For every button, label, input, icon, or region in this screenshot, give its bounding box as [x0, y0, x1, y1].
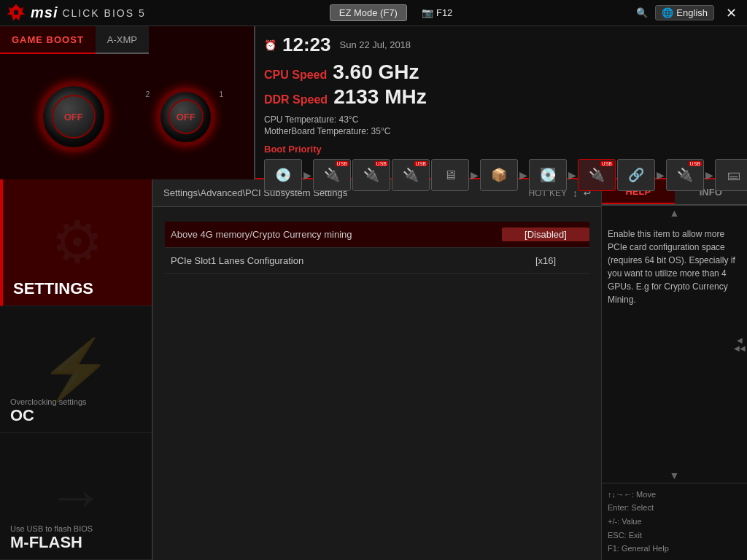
main-area: ⚙ SETTINGS ⚡ Overclocking settings OC → …	[0, 179, 747, 560]
axmp-knob[interactable]: OFF	[158, 90, 213, 144]
cpu-temp-value: 43°C	[339, 114, 359, 125]
usb-icon-3: 🔌	[403, 167, 419, 183]
usb-badge-3: USB	[414, 161, 427, 166]
side-arrow-right: ◀◀	[734, 344, 746, 352]
key-legend: ↑↓→←: Move Enter: Select +/-: Value ESC:…	[602, 483, 747, 560]
boot-device-8[interactable]: 🔌 USB	[578, 159, 616, 191]
clock-icon: ⏰	[264, 39, 276, 51]
cpu-speed-value: 3.60 GHz	[333, 61, 419, 84]
svg-point-1	[13, 9, 19, 15]
settings-bg-icon: ⚙	[51, 209, 104, 276]
game-boost-knob[interactable]: OFF	[41, 84, 107, 149]
ddr-speed-row: DDR Speed 2133 MHz	[264, 85, 747, 109]
settings-row-0[interactable]: Above 4G memory/Crypto Currency mining […	[165, 222, 589, 248]
globe-icon: 🌐	[662, 7, 673, 18]
usb-badge-2: USB	[375, 161, 388, 166]
boot-device-9[interactable]: 🔗	[617, 159, 655, 191]
date-display: Sun 22 Jul, 2018	[340, 39, 411, 50]
oc-title: OC	[10, 406, 34, 425]
usb-badge-1: USB	[336, 161, 349, 166]
axmp-knob-num2: 2	[145, 90, 150, 98]
key-move: ↑↓→←: Move	[608, 488, 741, 502]
game-boost-off-label: OFF	[64, 112, 83, 122]
boot-device-11[interactable]: 🖴	[715, 159, 747, 191]
help-panel: HELP INFO ▲ Enable this item to allow mo…	[601, 179, 747, 560]
cpu-temp-label: CPU Temperature:	[264, 114, 336, 125]
drive-icon: 🖴	[727, 168, 740, 183]
settings-row-0-value[interactable]: [Disabled]	[502, 228, 589, 241]
boot-device-1[interactable]: 💿	[264, 159, 302, 191]
boost-panel: GAME BOOST A-XMP OFF 2 OFF 1	[0, 26, 255, 179]
help-panel-inner: ▲ Enable this item to allow more PCIe ca…	[602, 206, 747, 483]
f12-label: F12	[436, 7, 452, 18]
boot-device-2[interactable]: 🔌 USB	[313, 159, 351, 191]
language-button[interactable]: 🌐 English	[655, 5, 714, 20]
mflash-subtitle: Use USB to flash BIOS	[10, 524, 93, 533]
mb-temp-value: 35°C	[371, 126, 391, 136]
usb-icon-1: 🔌	[324, 167, 340, 183]
ez-mode-button[interactable]: EZ Mode (F7)	[330, 4, 407, 21]
info-bar: GAME BOOST A-XMP OFF 2 OFF 1	[0, 26, 747, 179]
axmp-knob-num1: 1	[219, 90, 223, 98]
disk2-icon: 💽	[540, 167, 556, 183]
help-content: Enable this item to allow more PCIe card…	[602, 220, 747, 468]
msi-logo-text: msi	[31, 4, 58, 21]
top-center-controls: EZ Mode (F7) 📷 F12	[330, 4, 453, 21]
boot-device-3[interactable]: 🔌 USB	[352, 159, 390, 191]
top-right-controls: 🔍 🌐 English ✕	[636, 4, 741, 23]
knob-area: OFF 2 OFF 1	[0, 54, 254, 179]
temp-info: CPU Temperature: 43°C MotherBoard Temper…	[264, 114, 747, 136]
hdd-icon: 🖥	[444, 168, 457, 183]
axmp-knob-inner: OFF	[169, 99, 204, 134]
key-esc: ESC: Exit	[608, 529, 741, 542]
usb-badge-4: USB	[600, 161, 614, 166]
search-icon: 🔍	[636, 7, 648, 18]
mb-temp-row: MotherBoard Temperature: 35°C	[264, 126, 747, 136]
sidebar-item-oc[interactable]: ⚡ Overclocking settings OC	[0, 306, 152, 433]
scroll-indicator-top: ▲	[602, 206, 747, 220]
usb-badge-5: USB	[689, 161, 702, 166]
msi-dragon-icon	[6, 3, 26, 23]
boot-device-4[interactable]: 🔌 USB	[392, 159, 430, 191]
key-enter: Enter: Select	[608, 501, 741, 515]
boot-device-10[interactable]: 🔌 USB	[666, 159, 704, 191]
boost-header: GAME BOOST A-XMP	[0, 26, 254, 54]
axmp-knob-container: 2 OFF 1	[158, 90, 213, 144]
cpu-temp-row: CPU Temperature: 43°C	[264, 114, 747, 125]
storage-icon: 📦	[491, 167, 507, 183]
f12-button[interactable]: 📷 F12	[422, 7, 452, 18]
mb-temp-label: MotherBoard Temperature:	[264, 126, 368, 136]
settings-row-0-name: Above 4G memory/Crypto Currency mining	[165, 229, 502, 240]
settings-title: SETTINGS	[13, 279, 93, 298]
sidebar-item-settings[interactable]: ⚙ SETTINGS	[0, 179, 152, 306]
center-info: ⏰ 12:23 Sun 22 Jul, 2018 CPU Speed 3.60 …	[255, 26, 747, 178]
time-row: ⏰ 12:23 Sun 22 Jul, 2018	[264, 34, 747, 56]
usb-icon-5: 🔌	[677, 167, 693, 183]
ddr-speed-label: DDR Speed	[264, 93, 328, 106]
boot-device-5[interactable]: 🖥	[431, 159, 469, 191]
settings-row-1[interactable]: PCIe Slot1 Lanes Configuration [x16]	[165, 248, 589, 274]
mflash-bg-icon: →	[47, 463, 105, 530]
search-button[interactable]: 🔍	[636, 7, 648, 18]
settings-row-1-value[interactable]: [x16]	[502, 254, 589, 268]
key-value: +/-: Value	[608, 515, 741, 529]
side-arrow-left: ◀	[737, 336, 743, 344]
key-f1: F1: General Help	[608, 542, 741, 556]
game-boost-tab[interactable]: GAME BOOST	[0, 26, 96, 54]
sidebar: ⚙ SETTINGS ⚡ Overclocking settings OC → …	[0, 179, 153, 560]
scroll-indicator-bottom: ▼	[602, 468, 747, 483]
oc-subtitle: Overclocking settings	[10, 397, 87, 406]
settings-row-1-name: PCIe Slot1 Lanes Configuration	[165, 255, 502, 266]
game-boost-knob-container: OFF	[41, 84, 107, 149]
axmp-off-label: OFF	[177, 112, 196, 122]
boot-device-6[interactable]: 📦	[480, 159, 518, 191]
close-button[interactable]: ✕	[721, 4, 741, 23]
axmp-tab[interactable]: A-XMP	[96, 26, 149, 54]
network-icon: 🔗	[628, 167, 644, 183]
boot-device-7[interactable]: 💽	[529, 159, 567, 191]
language-label: English	[676, 7, 708, 18]
boot-devices: 💿 ▶ 🔌 USB 🔌 USB 🔌 USB 🖥 ▶ 📦 ▶	[264, 159, 747, 191]
sidebar-item-mflash[interactable]: → Use USB to flash BIOS M-FLASH	[0, 433, 152, 560]
product-name-text: CLICK BIOS 5	[62, 7, 145, 19]
cpu-speed-label: CPU Speed	[264, 69, 327, 82]
